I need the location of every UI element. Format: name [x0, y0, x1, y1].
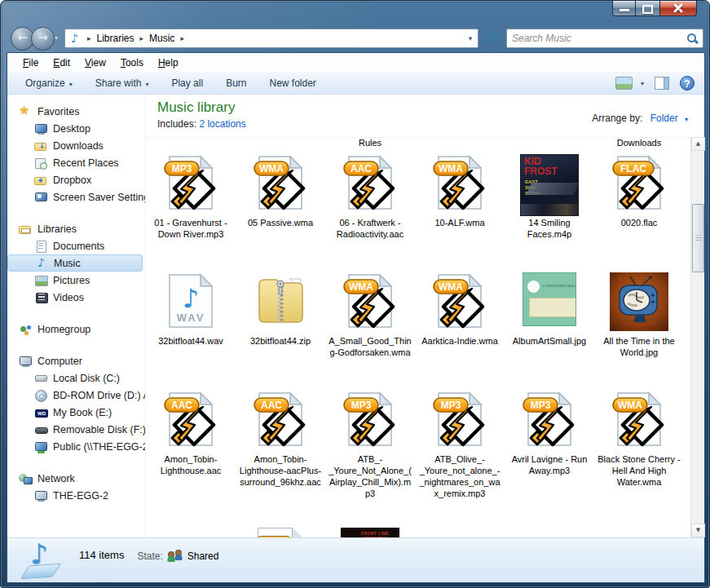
file-icon: AAC	[164, 391, 218, 453]
sidebar-label: BD-ROM Drive (D:) A	[53, 390, 146, 401]
sidebar-item-music[interactable]: Music	[7, 254, 143, 272]
file-item[interactable]: All the Time in the World.jpg	[594, 271, 684, 389]
file-item[interactable]: WMABlack Stone Cherry - Hell And High Wa…	[594, 389, 684, 507]
help-button[interactable]: ?	[680, 76, 695, 91]
back-arrow-icon: ←	[17, 30, 28, 45]
sidebar-item-public-the-egg-2[interactable]: Public (\\THE-EGG-2	[7, 438, 145, 455]
file-item[interactable]: KID FROSTEAST SIDE STORY14 Smiling Faces…	[505, 153, 594, 271]
toolbar-play-all[interactable]: Play all	[165, 74, 209, 92]
sidebar-item-homegroup[interactable]: Homegroup	[7, 321, 145, 338]
sidebar-item-videos[interactable]: Videos	[7, 289, 145, 306]
file-item-partial[interactable]: FRONT LINE ASSEMBLY	[341, 528, 399, 537]
sidebar-item-documents[interactable]: Documents	[7, 237, 145, 254]
sidebar-item-pictures[interactable]: Pictures	[7, 272, 145, 289]
sidebar-item-recent-places[interactable]: Recent Places	[7, 154, 145, 171]
sidebar-item-the-egg-2[interactable]: THE-EGG-2	[7, 487, 145, 504]
music-icon	[35, 257, 49, 270]
change-view-button[interactable]: ▾	[615, 77, 644, 90]
forward-button[interactable]: →	[31, 27, 55, 51]
menu-edit[interactable]: Edit	[46, 55, 77, 71]
menu-tools[interactable]: Tools	[113, 55, 151, 71]
sidebar-item-computer[interactable]: Computer	[7, 352, 145, 369]
winamp-file-icon: WMA	[254, 154, 307, 211]
file-label: All the Time in the World.jpg	[597, 335, 681, 358]
file-row: MP301 - Gravenhurst - Down River.mp3 WMA…	[146, 153, 690, 271]
file-item[interactable]: FLAC0020.flac	[594, 153, 684, 271]
sidebar-item-local-disk-c[interactable]: Local Disk (C:)	[7, 369, 145, 387]
close-button[interactable]	[659, 1, 697, 16]
file-label: Avril Lavigne - Run Away.mp3	[507, 453, 592, 476]
scroll-up-icon[interactable]: ▲	[691, 137, 705, 151]
menu-help[interactable]: Help	[151, 55, 186, 71]
vertical-scrollbar[interactable]: ▲ ▼	[690, 137, 704, 537]
file-label: 05 Passive.wma	[248, 217, 313, 228]
menu-view[interactable]: View	[77, 55, 113, 71]
chevron-down-icon: ▾	[69, 81, 73, 88]
file-item[interactable]: MP3ATB_-_Youre_Not_Alone_(Airplay_Chill_…	[325, 389, 415, 507]
forward-arrow-icon: →	[37, 30, 48, 45]
file-item[interactable]: WMA10-ALF.wma	[415, 153, 505, 271]
file-item[interactable]: AACAmon_Tobin-Lighthouse-aacPlus-surroun…	[236, 389, 325, 507]
file-item[interactable]: WMA05 Passive.wma	[236, 153, 325, 271]
file-item-partial[interactable]	[258, 528, 303, 537]
scroll-down-icon[interactable]: ▼	[691, 524, 705, 537]
file-item[interactable]: LIVEPHISHDOWNLOADSAlbumArtSmall.jpg	[505, 271, 594, 389]
toolbar-share-with[interactable]: Share with▾	[89, 74, 156, 92]
file-item[interactable]: MP3Avril Lavigne - Run Away.mp3	[505, 389, 594, 507]
locations-link[interactable]: 2 locations	[199, 118, 245, 130]
file-icon: MP3	[433, 391, 487, 453]
file-item[interactable]: WMAA_Small_Good_Thing-Godforsaken.wma	[325, 271, 415, 389]
search-icon[interactable]	[686, 32, 699, 45]
file-grid: MP301 - Gravenhurst - Down River.mp3 WMA…	[146, 153, 690, 507]
address-bar[interactable]: ♪ ▸Libraries▸Music▸ ▾	[64, 29, 478, 48]
sidebar-item-dropbox[interactable]: Dropbox	[7, 171, 145, 188]
file-label: Black Stone Cherry - Hell And High Water…	[597, 453, 681, 488]
chevron-down-icon: ▾	[145, 81, 148, 88]
recent-pages-chevron-icon[interactable]: ▾	[55, 34, 58, 42]
sidebar-item-desktop[interactable]: Desktop	[7, 120, 145, 137]
sidebar-item-favorites[interactable]: Favorites	[7, 103, 145, 120]
menu-file[interactable]: File	[15, 55, 46, 71]
refresh-button[interactable]: ↻	[483, 29, 501, 47]
sidebar-item-bd-rom-drive-d-a[interactable]: BD-ROM Drive (D:) A	[7, 387, 145, 404]
file-item[interactable]: AAC06 - Kraftwerk - Radioactivity.aac	[325, 153, 415, 271]
file-item[interactable]: WMAAarktica-Indie.wma	[415, 271, 505, 389]
sidebar-item-removable-disk-f[interactable]: Removable Disk (F:)	[7, 421, 145, 438]
winamp-file-icon: WMA	[343, 272, 397, 329]
preview-pane-button[interactable]	[655, 77, 669, 90]
sidebar-label: Music	[54, 258, 81, 269]
sidebar-item-downloads[interactable]: Downloads	[7, 137, 145, 154]
sidebar-item-network[interactable]: Network	[7, 470, 145, 487]
file-item[interactable]: MP3ATB_Olive_-_Youre_not_alone_-_nightma…	[415, 389, 505, 507]
file-label: 32bitfloat44.wav	[158, 335, 223, 347]
file-label: Amon_Tobin-Lighthouse-aacPlus-surround_9…	[238, 453, 323, 488]
sidebar-item-my-book-e[interactable]: My Book (E:)	[7, 404, 145, 421]
file-icon: AAC	[254, 391, 307, 453]
maximize-button[interactable]	[636, 1, 659, 16]
breadcrumb-libraries[interactable]: Libraries	[96, 33, 134, 44]
winamp-file-icon: MP3	[523, 391, 576, 448]
arrange-value[interactable]: Folder	[650, 113, 678, 124]
search-box[interactable]	[506, 29, 703, 48]
winamp-file-icon: AAC	[254, 391, 307, 448]
address-dropdown-icon[interactable]: ▾	[463, 34, 478, 42]
toolbar-organize[interactable]: Organize▾	[19, 74, 79, 92]
file-item[interactable]: 32bitfloat44.zip	[236, 271, 325, 389]
toolbar-new-folder[interactable]: New folder	[262, 74, 322, 92]
svg-text:AAC: AAC	[261, 400, 282, 411]
chevron-down-icon: ▾	[641, 80, 644, 87]
close-icon	[660, 1, 696, 15]
search-input[interactable]	[507, 33, 686, 44]
sidebar-item-libraries[interactable]: Libraries	[7, 220, 145, 237]
chevron-down-icon[interactable]: ▾	[685, 116, 688, 123]
breadcrumb-music[interactable]: Music	[149, 33, 174, 44]
toolbar-burn[interactable]: Burn	[219, 74, 253, 92]
minimize-button[interactable]	[612, 1, 636, 16]
scrollbar-thumb[interactable]	[692, 204, 704, 272]
shared-people-icon	[168, 550, 183, 562]
file-item[interactable]: MP301 - Gravenhurst - Down River.mp3	[146, 153, 236, 271]
sidebar-item-screen-saver-setting[interactable]: Screen Saver Setting	[7, 188, 145, 206]
file-item[interactable]: ♪ WAV32bitfloat44.wav	[146, 271, 236, 389]
winamp-file-icon: MP3	[433, 391, 487, 448]
file-item[interactable]: AACAmon_Tobin-Lighthouse.aac	[146, 389, 236, 507]
